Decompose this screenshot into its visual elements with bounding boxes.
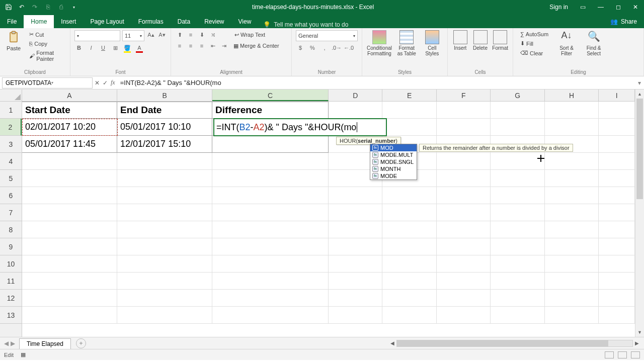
cell-B11[interactable] bbox=[117, 273, 212, 290]
cell-H6[interactable] bbox=[545, 187, 599, 204]
save-icon[interactable] bbox=[3, 2, 14, 13]
cell-F2[interactable] bbox=[437, 119, 491, 136]
cell-I2[interactable] bbox=[599, 119, 635, 136]
sort-filter-button[interactable]: A↓Sort & Filter bbox=[554, 30, 579, 56]
cell-A7[interactable] bbox=[22, 204, 117, 221]
qat-btn[interactable]: ⎙ bbox=[55, 2, 66, 13]
cell-B1[interactable]: End Date bbox=[117, 102, 212, 119]
delete-cells-button[interactable]: Delete bbox=[472, 30, 489, 51]
col-header-F[interactable]: F bbox=[437, 89, 491, 101]
decrease-font-icon[interactable]: A▾ bbox=[157, 30, 167, 39]
copy-button[interactable]: ⎘Copy bbox=[26, 40, 66, 48]
vertical-scrollbar[interactable]: ▲ ▼ bbox=[635, 89, 644, 337]
name-box[interactable]: GETPIVOTDATA▾ bbox=[2, 77, 93, 88]
row-headers[interactable]: 12345678910111213 bbox=[0, 102, 22, 337]
fill-color-button[interactable]: 🪣 bbox=[123, 43, 132, 52]
macro-record-icon[interactable]: ▦ bbox=[21, 351, 26, 358]
cell-G8[interactable] bbox=[491, 221, 544, 238]
cell-E1[interactable] bbox=[382, 102, 436, 119]
percent-format-icon[interactable]: % bbox=[308, 43, 317, 52]
cell-C11[interactable] bbox=[212, 273, 329, 290]
decrease-decimal-icon[interactable]: ←.0 bbox=[344, 43, 353, 52]
add-sheet-button[interactable]: + bbox=[76, 338, 86, 348]
tab-file[interactable]: File bbox=[0, 15, 24, 28]
cell-H8[interactable] bbox=[545, 221, 599, 238]
col-header-A[interactable]: A bbox=[22, 89, 117, 101]
tell-me-search[interactable]: 💡Tell me what you want to do bbox=[258, 21, 603, 28]
find-select-button[interactable]: 🔍Find & Select bbox=[582, 30, 606, 56]
format-as-table-button[interactable]: Format as Table bbox=[395, 30, 418, 56]
cell-B13[interactable] bbox=[117, 307, 212, 324]
cell-D8[interactable] bbox=[329, 221, 382, 238]
cell-G7[interactable] bbox=[491, 204, 544, 221]
normal-view-icon[interactable] bbox=[605, 351, 614, 358]
tab-page-layout[interactable]: Page Layout bbox=[83, 15, 131, 28]
page-break-view-icon[interactable] bbox=[631, 351, 640, 358]
cell-G1[interactable] bbox=[491, 102, 544, 119]
cell-A10[interactable] bbox=[22, 255, 117, 273]
cell-G12[interactable] bbox=[491, 290, 544, 307]
cell-B5[interactable] bbox=[117, 170, 212, 187]
row-header-10[interactable]: 10 bbox=[0, 255, 22, 273]
increase-font-icon[interactable]: A▴ bbox=[146, 30, 155, 39]
cell-B3[interactable]: 12/01/2017 15:10 bbox=[117, 136, 212, 153]
share-button[interactable]: 👥Share bbox=[603, 15, 644, 28]
cell-I5[interactable] bbox=[599, 170, 635, 187]
col-header-B[interactable]: B bbox=[117, 89, 212, 101]
qat-btn[interactable]: ⎘ bbox=[42, 2, 53, 13]
cell-C6[interactable] bbox=[212, 187, 329, 204]
cell-E12[interactable] bbox=[382, 290, 436, 307]
insert-function-icon[interactable]: fx bbox=[111, 79, 115, 86]
qat-customize-icon[interactable]: ▾ bbox=[68, 2, 79, 13]
paste-button[interactable]: Paste bbox=[4, 30, 23, 51]
cell-I7[interactable] bbox=[599, 204, 635, 221]
cell-D7[interactable] bbox=[329, 204, 382, 221]
scroll-down-icon[interactable]: ▼ bbox=[635, 328, 644, 337]
cell-E2[interactable] bbox=[382, 119, 436, 136]
cell-C12[interactable] bbox=[212, 290, 329, 307]
merge-center-button[interactable]: ▦Merge & Center bbox=[230, 41, 282, 50]
cell-I11[interactable] bbox=[599, 273, 635, 290]
accounting-format-icon[interactable]: $ bbox=[296, 43, 305, 52]
col-header-C[interactable]: C bbox=[212, 89, 329, 101]
align-top-icon[interactable]: ⬆ bbox=[175, 30, 184, 39]
col-header-G[interactable]: G bbox=[491, 89, 544, 101]
cell-D11[interactable] bbox=[329, 273, 382, 290]
cell-G4[interactable] bbox=[491, 153, 544, 170]
autosum-button[interactable]: ∑AutoSum bbox=[517, 30, 551, 38]
cut-button[interactable]: ✂Cut bbox=[26, 30, 66, 39]
wrap-text-button[interactable]: ↩Wrap Text bbox=[231, 30, 268, 39]
tab-insert[interactable]: Insert bbox=[54, 15, 83, 28]
cell-H9[interactable] bbox=[545, 238, 599, 255]
cell-A8[interactable] bbox=[22, 221, 117, 238]
cell-I13[interactable] bbox=[599, 307, 635, 324]
cell-F6[interactable] bbox=[437, 187, 491, 204]
row-header-3[interactable]: 3 bbox=[0, 136, 22, 153]
cell-I3[interactable] bbox=[599, 136, 635, 153]
cell-F5[interactable] bbox=[437, 170, 491, 187]
cell-I6[interactable] bbox=[599, 187, 635, 204]
cell-C10[interactable] bbox=[212, 255, 329, 273]
cell-G9[interactable] bbox=[491, 238, 544, 255]
align-right-icon[interactable]: ≡ bbox=[197, 41, 206, 50]
row-header-9[interactable]: 9 bbox=[0, 238, 22, 255]
cell-C9[interactable] bbox=[212, 238, 329, 255]
cell-B4[interactable] bbox=[117, 153, 212, 170]
active-cell-editor[interactable]: =INT(B2-A2)& " Days "&HOUR(mo bbox=[213, 118, 387, 136]
sheet-tab-active[interactable]: Time Elapsed bbox=[19, 338, 71, 349]
fill-button[interactable]: ⬇Fill bbox=[517, 39, 551, 48]
cell-F7[interactable] bbox=[437, 204, 491, 221]
cell-A9[interactable] bbox=[22, 238, 117, 255]
cell-A3[interactable]: 05/01/2017 11:45 bbox=[22, 136, 117, 153]
column-headers[interactable]: ABCDEFGHI bbox=[22, 89, 635, 102]
tab-review[interactable]: Review bbox=[197, 15, 231, 28]
cell-A2[interactable]: 02/01/2017 10:20 bbox=[22, 119, 117, 136]
cell-B12[interactable] bbox=[117, 290, 212, 307]
cell-A5[interactable] bbox=[22, 170, 117, 187]
increase-indent-icon[interactable]: ⇥ bbox=[219, 41, 228, 50]
tab-formulas[interactable]: Formulas bbox=[131, 15, 171, 28]
row-header-5[interactable]: 5 bbox=[0, 170, 22, 187]
cell-G13[interactable] bbox=[491, 307, 544, 324]
cell-D6[interactable] bbox=[329, 187, 382, 204]
autocomplete-list[interactable]: fxMODfxMODE.MULTfxMODE.SNGLfxMONTHfxMODE bbox=[370, 144, 417, 180]
